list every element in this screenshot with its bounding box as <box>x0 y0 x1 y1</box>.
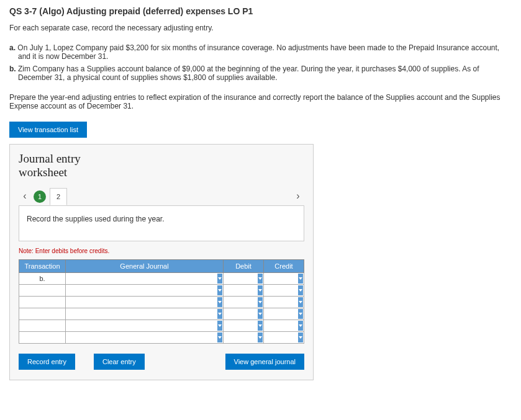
cell-debit[interactable] <box>224 331 264 343</box>
case-list: a. On July 1, Lopez Company paid $3,200 … <box>9 43 512 82</box>
dropdown-arrow-icon[interactable] <box>217 321 222 331</box>
dropdown-arrow-icon[interactable] <box>298 285 303 295</box>
dropdown-arrow-icon[interactable] <box>217 333 222 342</box>
table-row <box>19 308 304 319</box>
dropdown-arrow-icon[interactable] <box>258 274 263 284</box>
cell-credit[interactable] <box>264 272 304 284</box>
dropdown-arrow-icon[interactable] <box>217 274 222 284</box>
col-transaction: Transaction <box>19 259 66 272</box>
dropdown-arrow-icon[interactable] <box>258 321 263 331</box>
case-marker: b. <box>9 65 16 73</box>
table-row <box>19 331 304 343</box>
cell-credit[interactable] <box>264 308 304 319</box>
case-text: Zim Company has a Supplies account balan… <box>18 65 479 82</box>
case-marker: a. <box>9 43 16 52</box>
dropdown-arrow-icon[interactable] <box>217 297 222 307</box>
cell-general-journal[interactable] <box>66 284 224 296</box>
cell-general-journal[interactable] <box>66 319 224 331</box>
dropdown-arrow-icon[interactable] <box>217 285 222 295</box>
prepare-text: Prepare the year-end adjusting entries t… <box>9 93 512 110</box>
cell-debit[interactable] <box>224 296 264 308</box>
case-item-b: b. Zim Company has a Supplies account ba… <box>9 65 512 82</box>
instruction-box: Record the supplies used during the year… <box>19 206 304 241</box>
page-title: QS 3-7 (Algo) Adjusting prepaid (deferre… <box>9 6 512 16</box>
cell-credit[interactable] <box>264 296 304 308</box>
dropdown-arrow-icon[interactable] <box>298 309 303 319</box>
record-entry-button[interactable]: Record entry <box>19 354 75 370</box>
dropdown-arrow-icon[interactable] <box>258 285 263 295</box>
cell-general-journal[interactable] <box>66 296 224 308</box>
worksheet-panel: Journal entry worksheet ‹ 1 2 › Record t… <box>9 144 314 380</box>
dropdown-arrow-icon[interactable] <box>258 333 263 342</box>
journal-table: Transaction General Journal Debit Credit… <box>19 259 304 344</box>
cell-transaction <box>19 331 66 343</box>
cell-transaction: b. <box>19 272 66 284</box>
dropdown-arrow-icon[interactable] <box>298 274 303 284</box>
tab-2[interactable]: 2 <box>50 188 67 205</box>
view-transaction-list-button[interactable]: View transaction list <box>9 122 87 138</box>
note-text: Note: Enter debits before credits. <box>19 248 304 254</box>
dropdown-arrow-icon[interactable] <box>258 309 263 319</box>
cell-credit[interactable] <box>264 331 304 343</box>
clear-entry-button[interactable]: Clear entry <box>94 354 145 370</box>
chevron-left-icon[interactable]: ‹ <box>19 190 31 202</box>
cell-credit[interactable] <box>264 284 304 296</box>
col-credit: Credit <box>264 259 304 272</box>
dropdown-arrow-icon[interactable] <box>217 309 222 319</box>
cell-general-journal[interactable] <box>66 308 224 319</box>
cell-debit[interactable] <box>224 272 264 284</box>
cell-transaction <box>19 308 66 319</box>
chevron-right-icon[interactable]: › <box>292 190 304 202</box>
cell-credit[interactable] <box>264 319 304 331</box>
dropdown-arrow-icon[interactable] <box>298 321 303 331</box>
cell-transaction <box>19 296 66 308</box>
cell-general-journal[interactable] <box>66 331 224 343</box>
table-row <box>19 296 304 308</box>
cell-debit[interactable] <box>224 284 264 296</box>
journal-body: b. <box>19 272 304 343</box>
dropdown-arrow-icon[interactable] <box>298 333 303 342</box>
worksheet-title: Journal entry worksheet <box>19 152 304 179</box>
col-general-journal: General Journal <box>66 259 224 272</box>
case-text: On July 1, Lopez Company paid $3,200 for… <box>17 43 499 61</box>
cell-debit[interactable] <box>224 308 264 319</box>
case-item-a: a. On July 1, Lopez Company paid $3,200 … <box>9 43 512 61</box>
cell-transaction <box>19 284 66 296</box>
table-row: b. <box>19 272 304 284</box>
view-general-journal-button[interactable]: View general journal <box>225 354 304 370</box>
col-debit: Debit <box>224 259 264 272</box>
cell-debit[interactable] <box>224 319 264 331</box>
cell-general-journal[interactable] <box>66 272 224 284</box>
cell-transaction <box>19 319 66 331</box>
tab-row: ‹ 1 2 › <box>19 187 304 206</box>
tab-1[interactable]: 1 <box>34 190 46 203</box>
dropdown-arrow-icon[interactable] <box>298 297 303 307</box>
intro-text: For each separate case, record the neces… <box>9 24 512 32</box>
dropdown-arrow-icon[interactable] <box>258 297 263 307</box>
table-row <box>19 319 304 331</box>
table-row <box>19 284 304 296</box>
action-row: Record entry Clear entry View general jo… <box>19 354 304 370</box>
